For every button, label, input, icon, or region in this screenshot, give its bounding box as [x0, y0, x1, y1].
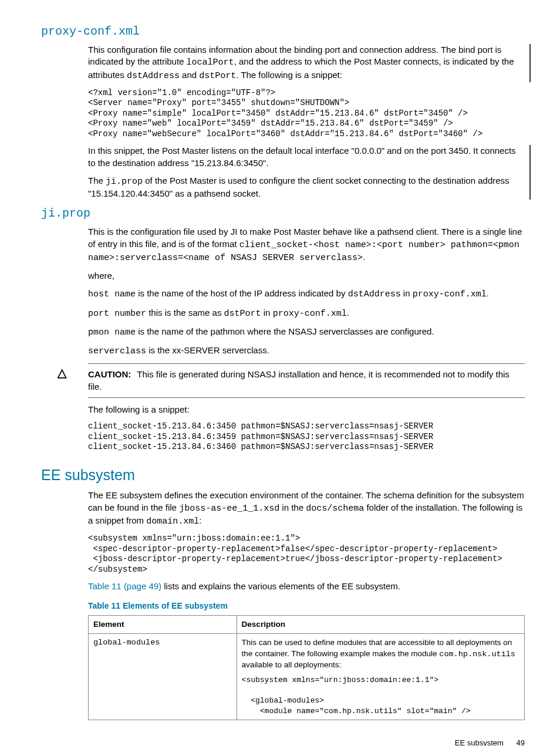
caution-text: This file is generated during NSASJ inst…	[88, 369, 510, 391]
ee-elements-table: Element Description global-modules This …	[88, 615, 525, 720]
ji-code: client_socket-15.213.84.6:3450 pathmon=$…	[88, 421, 525, 453]
footer-page: 49	[517, 738, 525, 746]
heading-ee-subsystem: EE subsystem	[41, 465, 525, 485]
cell-element: global-modules	[89, 634, 237, 720]
ee-para-1: The EE subsystem defines the execution e…	[88, 490, 525, 528]
footer-section: EE subsystem	[455, 738, 504, 746]
ji-para-2: The following is a snippet:	[88, 404, 525, 416]
proxy-para-2: In this snippet, the Post Master listens…	[88, 145, 524, 169]
ji-para-1: This is the configuration file used by J…	[88, 226, 525, 264]
proxy-para-1: This configuration file contains informa…	[88, 44, 524, 82]
ji-where: where,	[88, 270, 525, 282]
table-row: global-modules This can be used to defin…	[89, 634, 525, 720]
cell-code: <subsystem xmlns="urn:jboss:domain:ee:1.…	[242, 675, 519, 716]
caution-icon: △	[58, 365, 66, 381]
ji-where-4: serverclass is the xx-SERVER serverclass…	[88, 345, 525, 357]
page-footer: EE subsystem 49	[41, 738, 525, 746]
heading-proxy-conf: proxy-conf.xml	[41, 23, 525, 39]
proxy-para-3: The ji.prop of the Post Master is used t…	[88, 175, 524, 200]
ji-where-1: host name is the name of the host of the…	[88, 288, 525, 301]
caution-label: CAUTION:	[88, 369, 131, 379]
cell-description: This can be used to define modules that …	[237, 634, 524, 720]
page-content: proxy-conf.xml This configuration file c…	[41, 23, 525, 746]
th-element: Element	[89, 616, 237, 634]
ji-where-3: pmon name is the name of the pathmon whe…	[88, 326, 525, 339]
th-description: Description	[237, 616, 524, 634]
table-11-link[interactable]: Table 11 (page 49)	[88, 581, 161, 591]
caution-box: △ CAUTION:This file is generated during …	[88, 363, 525, 398]
table-title: Table 11 Elements of EE subsystem	[88, 600, 525, 612]
proxy-code: <?xml version="1.0" encoding="UTF-8"?> <…	[88, 88, 525, 140]
ee-para-2: Table 11 (page 49) lists and explains th…	[88, 580, 525, 592]
table-header-row: Element Description	[89, 616, 525, 634]
heading-ji-prop: ji.prop	[41, 205, 525, 221]
ee-code: <subsystem xmlns="urn:jboss:domain:ee:1.…	[88, 534, 525, 575]
ji-where-2: port number this is the same as dstPort …	[88, 307, 525, 320]
